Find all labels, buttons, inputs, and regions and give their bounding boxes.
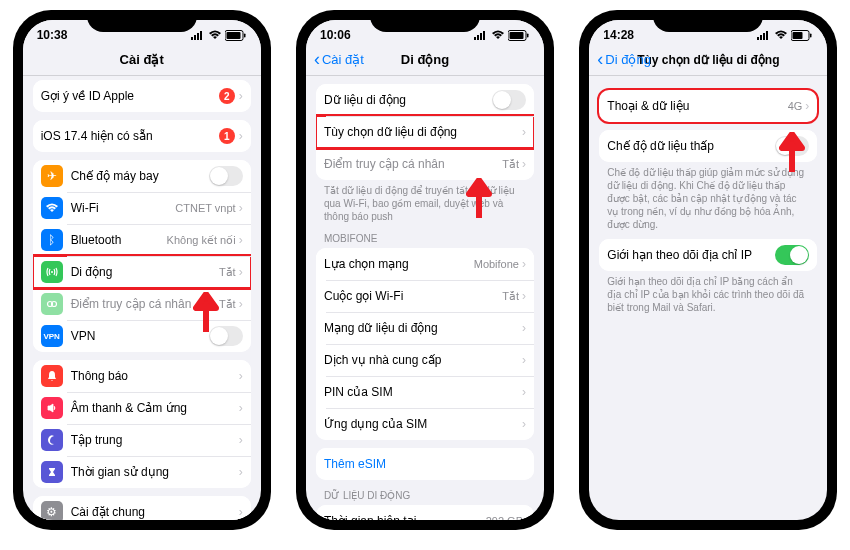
row-screen-time[interactable]: Thời gian sử dụng › — [33, 456, 251, 488]
status-time: 10:06 — [320, 28, 351, 42]
status-right — [474, 30, 530, 41]
phone-frame-3: 14:28 ‹ Di động Tùy chọn dữ liệu di động… — [579, 10, 837, 530]
label: Chế độ dữ liệu thấp — [607, 139, 775, 153]
label: Điểm truy cập cá nhân — [71, 297, 219, 311]
row-sim-pin[interactable]: PIN của SIM › — [316, 376, 534, 408]
row-cellular-data-options[interactable]: Tùy chọn dữ liệu di động › — [316, 116, 534, 148]
row-wifi-calling[interactable]: Cuộc gọi Wi-Fi Tắt › — [316, 280, 534, 312]
wifi-icon — [208, 30, 222, 40]
bluetooth-icon: ᛒ — [41, 229, 63, 251]
label: Thời gian hiện tại — [324, 514, 486, 520]
status-right — [757, 30, 813, 41]
chevron-right-icon: › — [522, 289, 526, 303]
content-scroll[interactable]: Thoại & dữ liệu 4G › Chế độ dữ liệu thấp… — [589, 76, 827, 520]
row-hotspot[interactable]: Điểm truy cập cá nhân Tắt › — [33, 288, 251, 320]
label: Dữ liệu di động — [324, 93, 492, 107]
svg-rect-22 — [766, 31, 768, 40]
status-right — [191, 30, 247, 41]
label: Cài đặt chung — [71, 505, 239, 519]
section-header-data: DỮ LIỆU DI ĐỘNG — [306, 480, 544, 503]
moon-icon — [41, 429, 63, 451]
label: Giới hạn theo dõi địa chỉ IP — [607, 248, 775, 262]
row-personal-hotspot[interactable]: Điểm truy cập cá nhân Tắt › — [316, 148, 534, 180]
row-sounds[interactable]: Âm thanh & Cảm ứng › — [33, 392, 251, 424]
chevron-right-icon: › — [239, 129, 243, 143]
row-ios-update[interactable]: iOS 17.4 hiện có sẵn 1 › — [33, 120, 251, 152]
back-button[interactable]: ‹ Cài đặt — [314, 52, 364, 67]
status-time: 10:38 — [37, 28, 68, 42]
footnote: Giới hạn theo dõi địa chỉ IP bằng cách ẩ… — [589, 271, 827, 314]
svg-rect-5 — [226, 32, 240, 39]
chevron-right-icon: › — [522, 385, 526, 399]
vpn-toggle[interactable] — [209, 326, 243, 346]
svg-rect-14 — [480, 33, 482, 40]
label: Chế độ máy bay — [71, 169, 209, 183]
content-scroll[interactable]: Gợi ý về ID Apple 2 › iOS 17.4 hiện có s… — [23, 76, 261, 520]
content-scroll[interactable]: Dữ liệu di động Tùy chọn dữ liệu di động… — [306, 76, 544, 520]
row-wifi[interactable]: Wi-Fi CTNET vnpt › — [33, 192, 251, 224]
value: CTNET vnpt — [175, 202, 235, 214]
limit-ip-toggle[interactable] — [775, 245, 809, 265]
label: Tùy chọn dữ liệu di động — [324, 125, 522, 139]
status-time: 14:28 — [603, 28, 634, 42]
nav-bar: ‹ Cài đặt Di động — [306, 44, 544, 76]
row-airplane-mode[interactable]: ✈ Chế độ máy bay — [33, 160, 251, 192]
airplane-toggle[interactable] — [209, 166, 243, 186]
row-notifications[interactable]: Thông báo › — [33, 360, 251, 392]
row-apple-id-suggestions[interactable]: Gợi ý về ID Apple 2 › — [33, 80, 251, 112]
label: Dịch vụ nhà cung cấp — [324, 353, 522, 367]
vpn-icon: VPN — [41, 325, 63, 347]
value: Tắt — [502, 290, 519, 303]
row-focus[interactable]: Tập trung › — [33, 424, 251, 456]
wifi-icon — [774, 30, 788, 40]
hourglass-icon — [41, 461, 63, 483]
page-title: Cài đặt — [120, 52, 164, 67]
label: Gợi ý về ID Apple — [41, 89, 219, 103]
battery-icon — [508, 30, 530, 41]
row-bluetooth[interactable]: ᛒ Bluetooth Không kết nối › — [33, 224, 251, 256]
phone-frame-1: 10:38 Cài đặt Gợi ý về ID Apple 2 › iOS … — [13, 10, 271, 530]
wifi-icon — [41, 197, 63, 219]
notch — [653, 10, 763, 32]
row-current-period[interactable]: Thời gian hiện tại 292 GB — [316, 505, 534, 520]
battery-icon — [225, 30, 247, 41]
low-data-toggle[interactable] — [775, 136, 809, 156]
row-add-esim[interactable]: Thêm eSIM — [316, 448, 534, 480]
row-general[interactable]: ⚙ Cài đặt chung › — [33, 496, 251, 520]
nav-bar: Cài đặt — [23, 44, 261, 76]
svg-rect-15 — [483, 31, 485, 40]
chevron-left-icon: ‹ — [314, 53, 320, 66]
svg-rect-20 — [760, 35, 762, 40]
battery-icon — [791, 30, 813, 41]
screen-cellular: 10:06 ‹ Cài đặt Di động Dữ liệu di động — [306, 20, 544, 520]
label: Thêm eSIM — [324, 457, 526, 471]
value: 4G — [788, 100, 803, 112]
svg-rect-2 — [197, 33, 199, 40]
row-cellular[interactable]: Di động Tắt › — [33, 256, 251, 288]
row-vpn[interactable]: VPN VPN — [33, 320, 251, 352]
svg-rect-12 — [474, 37, 476, 40]
row-carrier-services[interactable]: Dịch vụ nhà cung cấp › — [316, 344, 534, 376]
back-button[interactable]: ‹ Di động — [597, 52, 651, 67]
footnote: Tắt dữ liệu di động để truyền tất cả dữ … — [306, 180, 544, 223]
phone-frame-2: 10:06 ‹ Cài đặt Di động Dữ liệu di động — [296, 10, 554, 530]
row-sim-applications[interactable]: Ứng dụng của SIM › — [316, 408, 534, 440]
row-cellular-data[interactable]: Dữ liệu di động — [316, 84, 534, 116]
label: PIN của SIM — [324, 385, 522, 399]
bell-icon — [41, 365, 63, 387]
back-label: Cài đặt — [322, 52, 364, 67]
value: Tắt — [502, 158, 519, 171]
back-label: Di động — [605, 52, 651, 67]
row-network-selection[interactable]: Lựa chọn mạng Mobifone › — [316, 248, 534, 280]
signal-icon — [757, 30, 771, 40]
row-limit-ip-tracking[interactable]: Giới hạn theo dõi địa chỉ IP — [599, 239, 817, 271]
row-cellular-data-network[interactable]: Mạng dữ liệu di động › — [316, 312, 534, 344]
chevron-right-icon: › — [239, 401, 243, 415]
row-voice-and-data[interactable]: Thoại & dữ liệu 4G › — [599, 90, 817, 122]
cellular-icon — [41, 261, 63, 283]
chevron-right-icon: › — [239, 369, 243, 383]
row-low-data-mode[interactable]: Chế độ dữ liệu thấp — [599, 130, 817, 162]
label: Ứng dụng của SIM — [324, 417, 522, 431]
chevron-right-icon: › — [239, 505, 243, 519]
cellular-data-toggle[interactable] — [492, 90, 526, 110]
